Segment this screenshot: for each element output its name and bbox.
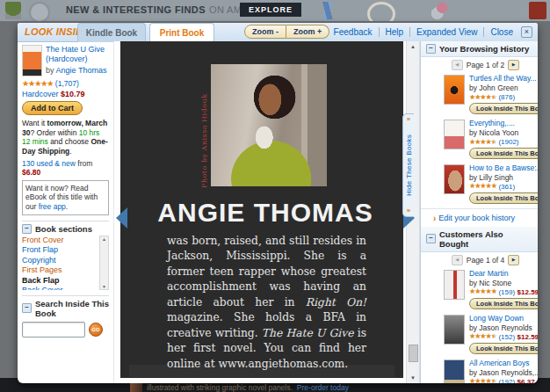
customers-also-bought-header: − Customers Also Bought <box>421 227 538 252</box>
previous-page-arrow[interactable] <box>116 207 127 229</box>
look-inside-this-book-button[interactable]: Look Inside This Book <box>469 298 538 309</box>
help-link[interactable]: Help <box>380 27 411 37</box>
expanded-view-link[interactable]: Expanded View <box>410 27 484 37</box>
rating-count-link[interactable]: (159) <box>498 288 515 296</box>
section-item-front-cover[interactable]: Front Cover <box>22 236 99 246</box>
tab-print-book[interactable]: Print Book <box>149 23 214 43</box>
page-next-icon[interactable]: ▶ <box>508 255 519 265</box>
book-title-link[interactable]: Everything,.... <box>469 120 538 128</box>
rating-stars-icon: ★★★★★★★★★★ <box>469 288 496 295</box>
used-new-row: 130 used & new from $6.80 <box>22 159 109 177</box>
tab-kindle-book[interactable]: Kindle Book <box>77 23 146 42</box>
hide-these-books-tab[interactable]: » Hide These Books » <box>402 113 414 217</box>
page-prev-icon[interactable]: ◀ <box>452 60 463 70</box>
free-app-link[interactable]: free app <box>39 202 66 211</box>
book-title-link[interactable]: How to Be a Bawse:... <box>469 164 538 173</box>
page-prev-icon[interactable]: ◀ <box>452 255 463 265</box>
rating-count-link[interactable]: (152) <box>498 333 515 341</box>
book-cover-thumbnail[interactable] <box>444 75 465 105</box>
chevron-right-icon: » <box>407 207 410 214</box>
product-cover-thumbnail[interactable] <box>22 45 42 76</box>
collapse-icon[interactable]: − <box>426 44 436 54</box>
hoop-icon <box>367 2 395 21</box>
rating-count-link[interactable]: (876) <box>498 93 515 101</box>
book-cover-thumbnail[interactable] <box>444 270 465 300</box>
book-title-link[interactable]: All American Boys <box>469 359 538 368</box>
author-name-heading: ANGIE THOMAS <box>156 198 375 228</box>
promo-text: illustrated with striking graphic novel … <box>147 383 293 392</box>
book-author: by Lilly Singh <box>469 173 538 182</box>
product-rating: ★★★★★★★★★★ (1,707) <box>22 79 109 88</box>
feedback-link[interactable]: Feedback <box>328 27 380 37</box>
book-cover-thumbnail[interactable] <box>444 315 465 345</box>
look-inside-this-book-button[interactable]: Look Inside This Book <box>469 148 538 159</box>
explore-button[interactable]: EXPLORE <box>240 3 301 17</box>
reader-header: LOOK INSIDE! Kindle Book Print Book Zoom… <box>18 23 538 42</box>
sections-scrollbar[interactable]: ▲ ▼ <box>99 236 109 290</box>
rating-count-link[interactable]: (192) <box>498 378 515 383</box>
author-link[interactable]: Angie Thomas <box>56 66 107 75</box>
book-price: $12.59 <box>517 333 538 341</box>
book-author: by Jason Reynolds,... <box>469 368 538 377</box>
collapse-icon[interactable]: − <box>22 303 32 313</box>
close-link[interactable]: Close <box>484 27 519 37</box>
book-cover-thumbnail[interactable] <box>444 359 465 383</box>
book-author: by Nic Stone <box>469 279 538 287</box>
bag-icon <box>529 2 546 19</box>
by-label: by <box>46 66 54 75</box>
used-from-label: from <box>76 159 92 168</box>
rating-stars-icon: ★★★★★★★★★★ <box>469 333 496 340</box>
look-inside-this-book-button[interactable]: Look Inside This Book <box>469 192 538 204</box>
scrollbar-down-icon[interactable]: ▼ <box>407 375 419 381</box>
zoom-out-button[interactable]: Zoom - <box>244 25 286 39</box>
bottom-promo-banner: illustrated with striking graphic novel … <box>130 382 349 392</box>
amazon-top-banner: NEW & INTERESTING FINDSON AMAZON EXPLORE <box>0 0 550 21</box>
product-title-link[interactable]: The Hate U Give (Hardcover) <box>46 45 109 64</box>
used-new-link[interactable]: 130 used & new <box>22 159 76 168</box>
rating-count-link[interactable]: (361) <box>498 183 515 191</box>
preorder-link[interactable]: Pre-order today <box>297 383 349 392</box>
look-inside-this-book-button[interactable]: Look Inside This Book <box>469 103 538 114</box>
book-cover-thumbnail[interactable] <box>444 120 465 149</box>
section-item-back-flap[interactable]: Back Flap <box>22 276 99 287</box>
add-to-cart-button[interactable]: Add to Cart <box>22 101 83 115</box>
promo-book-thumbnail <box>130 383 142 392</box>
book-cover-thumbnail[interactable] <box>444 164 465 194</box>
ebook-promo-box: Want it now? Read eBook of this title wi… <box>22 180 109 215</box>
scrollbar-up-icon[interactable]: ▲ <box>407 44 419 49</box>
close-icon[interactable]: × <box>521 26 532 38</box>
book-sections-header: − Book sections <box>22 221 109 234</box>
collapse-icon[interactable]: − <box>426 234 436 243</box>
scroll-down-icon[interactable]: ▼ <box>102 284 106 289</box>
search-input[interactable] <box>22 322 85 338</box>
clock-icon <box>29 2 50 21</box>
page-next-icon[interactable]: ▶ <box>508 60 519 70</box>
rating-count-link[interactable]: (1,707) <box>55 79 79 88</box>
look-inside-this-book-button[interactable]: Look Inside This Book <box>469 343 538 354</box>
collapse-icon[interactable]: − <box>22 224 32 234</box>
also-bought-item: All American Boys by Jason Reynolds,... … <box>421 357 538 383</box>
rating-count-link[interactable]: (1902) <box>498 138 518 146</box>
section-item-back-cover[interactable]: Back Cover <box>22 286 99 290</box>
scrollbar-thumb[interactable] <box>409 345 418 362</box>
banner-headline-bold: NEW & INTERESTING FINDS <box>66 4 206 15</box>
section-item-copyright[interactable]: Copyright <box>22 256 99 266</box>
rating-stars-icon: ★★★★★★★★★★ <box>22 80 53 88</box>
zoom-in-button[interactable]: Zoom + <box>286 25 329 39</box>
scroll-up-icon[interactable]: ▲ <box>102 236 106 242</box>
go-button[interactable]: GO <box>89 323 103 337</box>
author-bio: was born, raised, and still resides in J… <box>167 234 366 372</box>
book-title-link[interactable]: Long Way Down <box>469 315 538 323</box>
book-title-link[interactable]: Turtles All the Way... <box>469 75 538 83</box>
book-author: by Jason Reynolds <box>469 323 538 332</box>
edit-book-history-link[interactable]: Edit your book history <box>438 214 515 222</box>
section-item-first-pages[interactable]: First Pages <box>22 265 99 276</box>
book-title-link[interactable]: Dear Martin <box>469 270 538 279</box>
format-link[interactable]: Hardcover <box>22 90 59 98</box>
bio-italic-right-on: Right On! <box>306 296 366 309</box>
browsing-history-pagination: ◀ Page 1 of 2 ▶ <box>421 57 538 72</box>
also-bought-item: Long Way Down by Jason Reynolds ★★★★★★★★… <box>421 312 538 357</box>
ship-period: . <box>69 147 71 156</box>
section-item-front-flap[interactable]: Front Flap <box>22 245 99 256</box>
book-price: $12.59 <box>517 288 538 296</box>
